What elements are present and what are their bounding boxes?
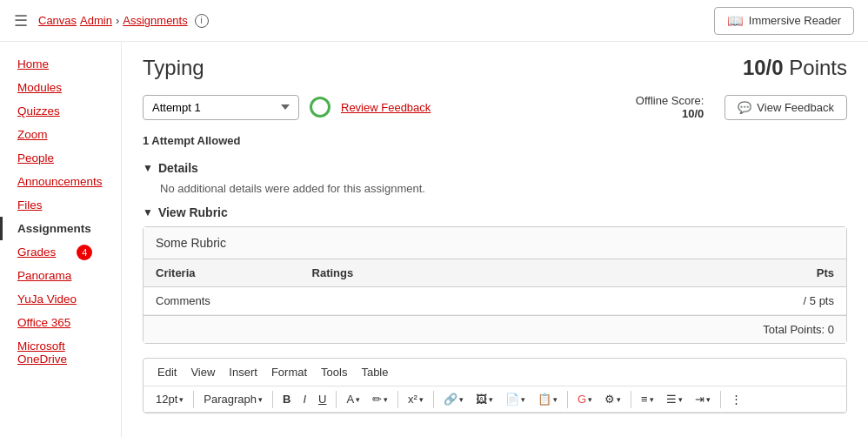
attempt-row: Attempt 1 Review Feedback Offline Score:… [143, 94, 847, 120]
details-content: No additional details were added for thi… [143, 182, 847, 195]
menu-tools[interactable]: Tools [314, 362, 354, 382]
table-row: Comments / 5 pts [144, 287, 846, 315]
immersive-reader-button[interactable]: 📖 Immersive Reader [714, 7, 854, 35]
sidebar-item-quizzes[interactable]: Quizzes [0, 99, 121, 123]
rubric-col-pts: Pts [768, 259, 846, 287]
feedback-icon: 💬 [738, 101, 751, 114]
rubric-chevron-icon: ▼ [143, 206, 153, 218]
toolbar-font-color[interactable]: A ▾ [341, 390, 365, 408]
sidebar-item-assignments[interactable]: Assignments [0, 217, 121, 240]
immersive-reader-label: Immersive Reader [749, 14, 841, 27]
points-display: 10/0 Points [743, 56, 847, 80]
menu-view[interactable]: View [184, 362, 222, 382]
main-content: Typing 10/0 Points Attempt 1 Review Feed… [122, 42, 868, 437]
info-icon[interactable]: i [195, 14, 209, 28]
menu-insert[interactable]: Insert [222, 362, 264, 382]
rubric-ratings-cell [300, 287, 769, 315]
offline-score-label: Offline Score: [636, 94, 704, 107]
sidebar-item-yuja[interactable]: YuJa Video [0, 287, 121, 311]
score-actions: Offline Score: 10/0 💬 View Feedback [636, 94, 847, 120]
offline-score: Offline Score: 10/0 [636, 94, 704, 120]
review-feedback-link[interactable]: Review Feedback [341, 101, 431, 114]
toolbar-pen[interactable]: ✏ ▾ [367, 390, 393, 408]
toolbar-divider-4 [397, 391, 398, 408]
sidebar-item-grades[interactable]: Grades [0, 240, 73, 264]
sidebar: Home Modules Quizzes Zoom People Announc… [0, 42, 122, 437]
rubric-col-ratings: Ratings [300, 259, 769, 287]
sidebar-item-files[interactable]: Files [0, 193, 121, 217]
toolbar-divider-5 [433, 391, 434, 408]
sidebar-item-onedrive[interactable]: Microsoft OneDrive [0, 334, 121, 371]
hamburger-icon[interactable]: ☰ [14, 11, 28, 30]
offline-score-value: 10/0 [682, 107, 704, 120]
toolbar-font-size[interactable]: 12pt ▾ [150, 390, 189, 408]
rubric-title: Some Rubric [144, 227, 846, 259]
editor-toolbar: 12pt ▾ Paragraph ▾ B I U A ▾ ✏ [144, 387, 846, 413]
points-value: 10/0 [743, 56, 784, 79]
toolbar-italic[interactable]: I [297, 390, 311, 408]
toolbar-bold[interactable]: B [277, 390, 296, 408]
rubric-box: Some Rubric Criteria Ratings Pts Comment… [143, 226, 847, 344]
header-right: 📖 Immersive Reader [714, 7, 854, 35]
rubric-toggle-label: View Rubric [158, 205, 228, 219]
editor-menubar: Edit View Insert Format Tools Table [144, 359, 846, 387]
sidebar-item-people[interactable]: People [0, 146, 121, 170]
rubric-toggle[interactable]: ▼ View Rubric [143, 205, 847, 219]
header: ☰ Canvas Admin › Assignments i 📖 Immersi… [0, 0, 868, 42]
toolbar-link[interactable]: 🔗 ▾ [438, 390, 469, 408]
toolbar-divider-3 [336, 391, 337, 408]
breadcrumb-sep: › [116, 14, 119, 27]
toolbar-paragraph[interactable]: Paragraph ▾ [198, 390, 268, 408]
breadcrumb-admin[interactable]: Admin [80, 14, 112, 27]
toolbar-image[interactable]: 🖼 ▾ [471, 390, 498, 408]
breadcrumb-canvas[interactable]: Canvas [38, 14, 77, 27]
rubric-col-criteria: Criteria [144, 259, 300, 287]
view-feedback-button[interactable]: 💬 View Feedback [724, 95, 847, 120]
sidebar-item-panorama[interactable]: Panorama [0, 264, 121, 287]
details-toggle[interactable]: ▼ Details [143, 161, 847, 175]
toolbar-divider-8 [720, 391, 721, 408]
toolbar-underline[interactable]: U [313, 390, 331, 408]
rubric-criteria-cell: Comments [144, 287, 300, 315]
grades-badge: 4 [77, 245, 92, 260]
toolbar-divider-2 [272, 391, 273, 408]
menu-format[interactable]: Format [264, 362, 314, 382]
assignment-header: Typing 10/0 Points [143, 56, 847, 80]
toolbar-media[interactable]: 📋 ▾ [532, 390, 563, 408]
toolbar-superscript[interactable]: x² ▾ [403, 390, 429, 408]
editor-wrapper: Edit View Insert Format Tools Table 12pt… [143, 358, 847, 413]
sidebar-item-home[interactable]: Home [0, 52, 121, 76]
details-text: No additional details were added for thi… [160, 182, 425, 195]
toolbar-divider-7 [631, 391, 631, 408]
book-icon: 📖 [727, 13, 744, 29]
toolbar-divider-1 [193, 391, 194, 408]
toolbar-more[interactable]: ⋮ [725, 390, 747, 408]
menu-edit[interactable]: Edit [150, 362, 184, 382]
sidebar-item-modules[interactable]: Modules [0, 76, 121, 99]
attempt-info: 1 Attempt Allowed [143, 134, 847, 147]
toolbar-list[interactable]: ≡ ▾ [636, 390, 659, 408]
status-circle-icon [310, 97, 331, 118]
details-label: Details [158, 161, 198, 175]
rubric-table: Criteria Ratings Pts Comments / 5 pts [144, 259, 846, 315]
menu-table[interactable]: Table [354, 362, 395, 382]
rubric-total-text: Total Points: 0 [763, 323, 834, 336]
attempt-info-text: 1 Attempt Allowed [143, 134, 240, 147]
toolbar-file[interactable]: 📄 ▾ [500, 390, 531, 408]
rubric-total: Total Points: 0 [144, 315, 846, 343]
sidebar-item-zoom[interactable]: Zoom [0, 123, 121, 146]
toolbar-special[interactable]: G ▾ [572, 390, 598, 408]
toolbar-indent[interactable]: ⇥ ▾ [690, 390, 716, 408]
rubric-section: ▼ View Rubric Some Rubric Criteria Ratin… [143, 205, 847, 344]
sidebar-item-office365[interactable]: Office 365 [0, 311, 121, 334]
sidebar-item-announcements[interactable]: Announcements [0, 170, 121, 193]
details-section: ▼ Details No additional details were add… [143, 161, 847, 195]
breadcrumb: Canvas Admin › Assignments i [38, 14, 209, 28]
body: Home Modules Quizzes Zoom People Announc… [0, 42, 868, 437]
attempt-select[interactable]: Attempt 1 [143, 95, 299, 120]
assignment-title: Typing [143, 56, 204, 80]
toolbar-divider-6 [567, 391, 568, 408]
details-chevron-icon: ▼ [143, 162, 153, 174]
toolbar-bullets[interactable]: ☰ ▾ [661, 390, 688, 408]
toolbar-gear[interactable]: ⚙ ▾ [599, 390, 626, 408]
